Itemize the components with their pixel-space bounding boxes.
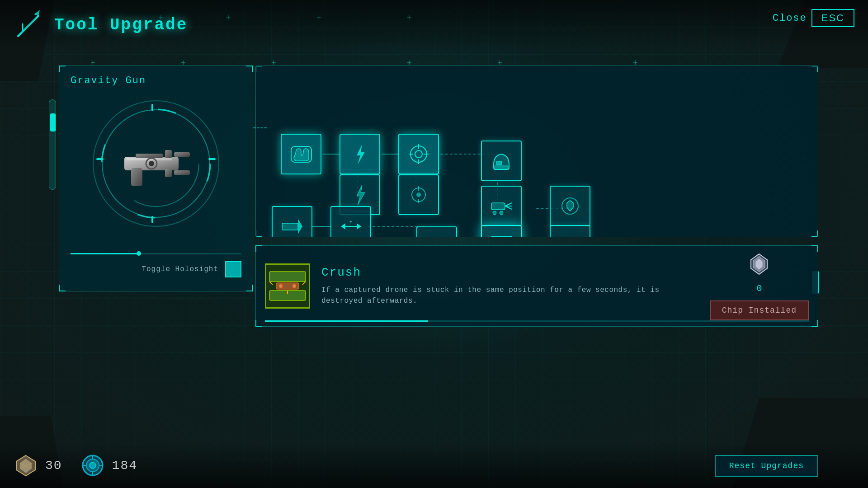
panel-corner-br: [811, 230, 818, 237]
upgrade-node-target[interactable]: [398, 134, 439, 174]
ability-description: If a captured drone is stuck in the same…: [321, 285, 698, 306]
svg-point-77: [90, 462, 96, 469]
panel-corner-bl: [255, 320, 262, 327]
sidebar-accent: [50, 113, 56, 131]
chip-cost-icon: [747, 252, 772, 277]
svg-text:+: +: [349, 220, 352, 225]
panel-corner-tr: [811, 245, 818, 252]
tool-icon: [14, 9, 45, 41]
node-icon-lightning: [348, 142, 373, 167]
upgrade-node-aim[interactable]: [398, 174, 439, 215]
scrap-icon: [14, 453, 38, 478]
svg-rect-43: [496, 161, 502, 165]
svg-marker-32: [341, 223, 345, 230]
toggle-holosight-row: Toggle Holosight: [71, 261, 241, 277]
currency-chip: 184: [80, 453, 137, 478]
svg-marker-2: [34, 10, 40, 16]
svg-rect-61: [269, 272, 306, 282]
svg-line-47: [505, 206, 512, 209]
node-icon-crush: [489, 233, 514, 238]
node-icon-expand: +: [339, 214, 363, 238]
panel-corner-br: [811, 320, 818, 327]
info-progress-fill: [265, 320, 428, 322]
upgrade-node-bounce[interactable]: [550, 186, 590, 226]
chip-cost-count: 0: [756, 283, 762, 294]
svg-rect-8: [165, 169, 172, 177]
panel-corner-tl: [255, 245, 262, 252]
panel-corner-tl: [59, 66, 66, 72]
weapon-panel: Gravity Gun: [59, 66, 253, 291]
panel-corner-tl: [255, 66, 262, 72]
reset-upgrades-button[interactable]: Reset Upgrades: [715, 455, 818, 477]
svg-point-63: [279, 284, 283, 288]
svg-rect-9: [174, 152, 190, 157]
ability-name: Crush: [321, 266, 698, 279]
svg-line-45: [505, 203, 512, 206]
toggle-holosight-button[interactable]: [225, 261, 241, 277]
upgrade-node-fast[interactable]: [272, 206, 312, 237]
upgrade-node-lightning[interactable]: [340, 134, 380, 174]
panel-corner-tr: [246, 66, 253, 72]
svg-rect-10: [174, 170, 190, 175]
upgrade-node-crush[interactable]: [481, 225, 522, 237]
svg-marker-17: [357, 144, 365, 164]
node-icon-bounce: [558, 194, 583, 219]
weapon-progress-bar: [71, 253, 241, 254]
node-icon-shoot: [489, 194, 514, 219]
node-icon-person: [425, 235, 449, 238]
svg-rect-29: [282, 223, 298, 230]
upgrade-node-helmet[interactable]: [481, 141, 522, 181]
svg-rect-7: [165, 150, 172, 158]
close-button[interactable]: Close: [773, 13, 807, 24]
node-icon-fast: [280, 214, 305, 238]
panel-connector: [253, 127, 267, 128]
chip-value: 184: [112, 459, 137, 473]
connector-n1-n2: [323, 154, 340, 155]
panel-corner-br: [246, 285, 253, 291]
svg-rect-11: [131, 168, 142, 186]
node-icon-glove: [289, 142, 314, 167]
node-icon-rocket: [558, 233, 583, 238]
svg-point-26: [416, 192, 421, 197]
svg-point-48: [493, 211, 496, 215]
upgrade-node-glove[interactable]: [281, 134, 321, 174]
connector-n2-n3: [382, 154, 398, 155]
svg-point-19: [415, 150, 422, 158]
connector-n6-n7: [311, 226, 330, 227]
svg-marker-33: [357, 223, 361, 230]
panel-corner-tr: [811, 66, 818, 72]
svg-rect-42: [494, 166, 509, 169]
page-title: Tool Upgrade: [54, 16, 188, 34]
top-bar: Tool Upgrade: [0, 0, 868, 50]
svg-line-66: [302, 282, 306, 285]
node-icon-aim: [406, 183, 431, 207]
panel-corner-bl: [255, 230, 262, 237]
ability-info-panel: Crush If a captured drone is stuck in th…: [255, 245, 818, 327]
upgrade-node-rocket[interactable]: [550, 225, 590, 237]
progress-fill: [71, 253, 139, 254]
svg-rect-12: [136, 154, 163, 158]
ability-cost-panel: 0 Chip Installed: [710, 252, 809, 320]
upgrade-node-expand[interactable]: +: [330, 206, 371, 237]
gun-model: [115, 136, 197, 191]
node-icon-target: [406, 142, 431, 167]
toggle-label: Toggle Holosight: [142, 265, 218, 273]
svg-rect-44: [491, 203, 505, 210]
left-sidebar-bar: [49, 99, 56, 190]
svg-point-64: [292, 284, 296, 288]
svg-line-1: [23, 18, 36, 32]
upgrade-node-person[interactable]: [416, 226, 457, 237]
svg-rect-51: [491, 236, 512, 238]
node-icon-lightning2: [348, 183, 373, 207]
scrap-value: 30: [45, 459, 62, 473]
connector-n7-n9: [368, 226, 418, 227]
svg-marker-24: [357, 185, 365, 205]
chip-icon: [80, 453, 105, 478]
chip-installed-button[interactable]: Chip Installed: [710, 300, 809, 320]
svg-marker-30: [298, 219, 302, 234]
upgrade-node-shoot[interactable]: [481, 186, 522, 226]
weapon-panel-bottom: Toggle Holosight: [59, 253, 253, 277]
svg-line-65: [269, 282, 273, 285]
info-progress-bar: [265, 320, 809, 322]
esc-button[interactable]: ESC: [811, 9, 854, 27]
